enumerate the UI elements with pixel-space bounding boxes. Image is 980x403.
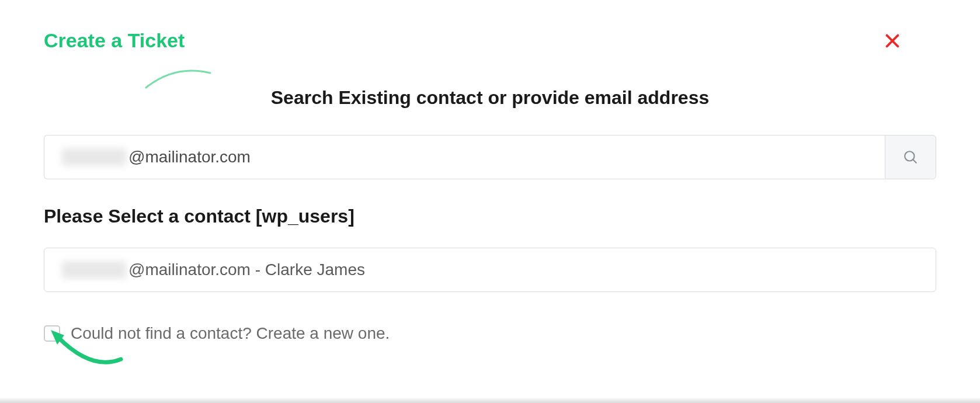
search-button[interactable] — [885, 135, 936, 179]
close-button[interactable] — [881, 29, 904, 53]
svg-line-3 — [913, 159, 916, 162]
search-input-value: @mailinator.com — [128, 148, 251, 166]
create-new-contact-label: Could not find a contact? Create a new o… — [71, 324, 390, 343]
select-contact-heading: Please Select a contact [wp_users] — [44, 206, 936, 227]
create-ticket-modal: Create a Ticket Search Existing contact … — [0, 0, 980, 403]
search-row: @mailinator.com — [44, 135, 936, 179]
redacted-text — [62, 261, 126, 279]
search-icon — [903, 150, 918, 165]
search-heading: Search Existing contact or provide email… — [44, 87, 936, 109]
modal-title: Create a Ticket — [44, 29, 936, 52]
contact-option-label: @mailinator.com - Clarke James — [128, 260, 365, 279]
contact-option[interactable]: @mailinator.com - Clarke James — [44, 248, 936, 292]
close-icon — [883, 32, 902, 50]
create-new-contact-checkbox[interactable] — [44, 325, 60, 342]
search-input[interactable]: @mailinator.com — [44, 135, 885, 179]
create-new-contact-row: Could not find a contact? Create a new o… — [44, 324, 936, 343]
bottom-shadow — [0, 397, 980, 403]
redacted-text — [62, 148, 126, 166]
